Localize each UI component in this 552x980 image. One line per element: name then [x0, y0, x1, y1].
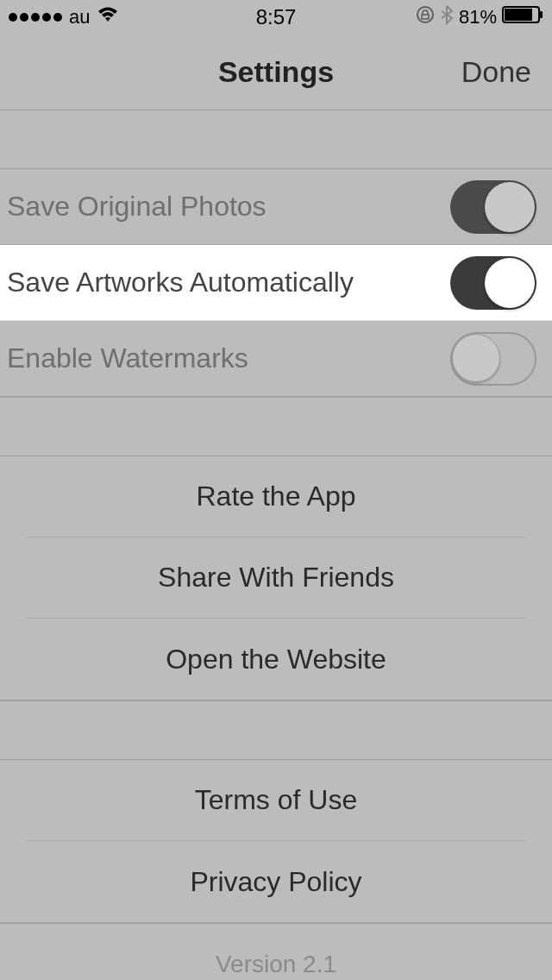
- rate-app-button[interactable]: Rate the App: [26, 456, 526, 537]
- svg-rect-2: [505, 9, 532, 21]
- row-enable-watermarks: Enable Watermarks: [0, 321, 552, 397]
- section-spacer: [0, 397, 552, 455]
- toggle-knob: [452, 334, 500, 382]
- version-label: Version 2.1: [216, 951, 336, 978]
- section-spacer: [0, 110, 552, 169]
- battery-percentage: 81%: [459, 6, 497, 28]
- action-label: Open the Website: [166, 644, 386, 675]
- battery-icon: [502, 5, 543, 29]
- action-label: Rate the App: [196, 481, 355, 512]
- toggle-knob: [485, 258, 535, 308]
- open-website-button[interactable]: Open the Website: [26, 619, 526, 700]
- status-left: au: [9, 6, 119, 28]
- signal-strength-icon: [9, 13, 62, 22]
- action-label: Privacy Policy: [190, 866, 361, 898]
- row-save-artworks-automatically: Save Artworks Automatically: [0, 245, 552, 321]
- terms-of-use-button[interactable]: Terms of Use: [26, 760, 526, 841]
- action-label: Share With Friends: [158, 562, 394, 594]
- carrier-label: au: [69, 6, 90, 28]
- toggle-enable-watermarks[interactable]: [450, 332, 536, 386]
- done-button[interactable]: Done: [461, 55, 531, 89]
- status-right: 81%: [416, 4, 543, 30]
- toggle-save-artworks-automatically[interactable]: [450, 256, 536, 310]
- row-label: Save Original Photos: [7, 191, 450, 223]
- status-bar: au 8:57 81%: [0, 0, 552, 35]
- page-title: Settings: [218, 55, 334, 89]
- section-spacer: [0, 700, 552, 759]
- svg-rect-3: [540, 11, 543, 18]
- row-label: Enable Watermarks: [7, 342, 450, 374]
- actions-section-2: Terms of Use Privacy Policy: [0, 759, 552, 923]
- clock: 8:57: [256, 5, 297, 29]
- row-save-original-photos: Save Original Photos: [0, 169, 552, 245]
- orientation-lock-icon: [416, 5, 435, 29]
- toggle-knob: [485, 182, 535, 232]
- wifi-icon: [97, 6, 119, 28]
- actions-section-1: Rate the App Share With Friends Open the…: [0, 455, 552, 700]
- privacy-policy-button[interactable]: Privacy Policy: [26, 841, 526, 922]
- action-label: Terms of Use: [195, 784, 357, 816]
- row-label: Save Artworks Automatically: [7, 267, 450, 298]
- bluetooth-icon: [440, 4, 454, 30]
- share-with-friends-button[interactable]: Share With Friends: [26, 537, 526, 619]
- toggle-save-original-photos[interactable]: [450, 180, 536, 234]
- nav-bar: Settings Done: [0, 35, 552, 110]
- footer: Version 2.1: [0, 923, 552, 980]
